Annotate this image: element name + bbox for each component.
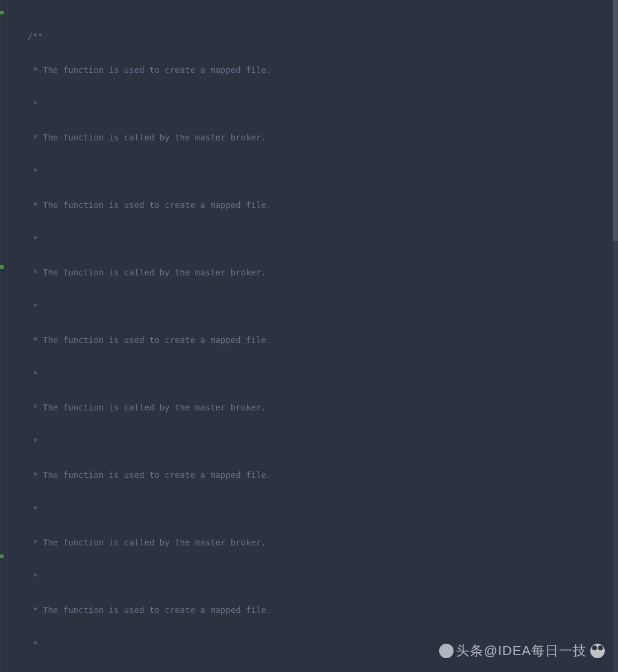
vertical-scrollbar[interactable] <box>613 0 618 672</box>
javadoc-line: * <box>7 95 613 112</box>
watermark-text: 头条@IDEA每日一技 <box>456 642 587 660</box>
javadoc-line: * The function is used to create a mappe… <box>7 61 613 78</box>
javadoc-line: * <box>7 365 613 382</box>
javadoc-line: * The function is called by the master b… <box>7 534 613 551</box>
javadoc-line: * <box>7 298 613 315</box>
javadoc-line: * The function is used to create a mappe… <box>7 331 613 348</box>
gutter-mark <box>0 11 4 14</box>
javadoc-line: * The function is used to create a mappe… <box>7 196 613 213</box>
code-editor[interactable]: /** * The function is used to create a m… <box>7 0 613 672</box>
avatar-icon <box>439 644 454 658</box>
javadoc-line: /** <box>7 28 613 45</box>
javadoc-line: * <box>7 500 613 517</box>
javadoc-line: * <box>7 433 613 450</box>
javadoc-line: * The function is used to create a mappe… <box>7 601 613 618</box>
gutter-mark <box>0 265 4 269</box>
wechat-icon <box>590 644 605 658</box>
javadoc-line: * The function is called by the master b… <box>7 129 613 146</box>
javadoc-line: * The function is called by the master b… <box>7 669 613 672</box>
scrollbar-thumb[interactable] <box>613 0 618 241</box>
javadoc-line: * <box>7 163 613 180</box>
watermark: 头条@IDEA每日一技 <box>439 642 605 660</box>
gutter-mark <box>0 554 4 558</box>
javadoc-line: * <box>7 568 613 585</box>
javadoc-line: * <box>7 230 613 247</box>
javadoc-line: * The function is called by the master b… <box>7 399 613 416</box>
javadoc-line: * The function is used to create a mappe… <box>7 466 613 483</box>
editor-gutter <box>0 0 7 672</box>
javadoc-line: * The function is called by the master b… <box>7 264 613 281</box>
